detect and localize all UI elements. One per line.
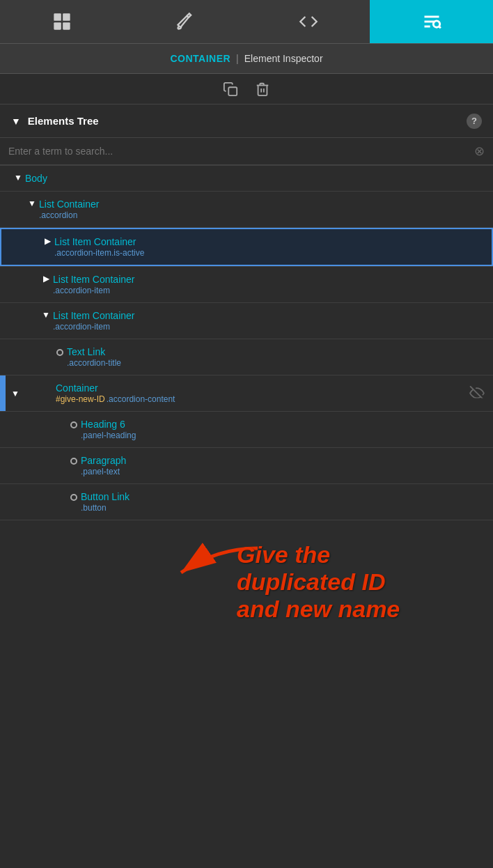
item-name-text-link: Text Link bbox=[67, 346, 482, 357]
toggle-icon: ▼ bbox=[25, 199, 39, 208]
elements-tree-title: Elements Tree bbox=[28, 115, 467, 127]
svg-rect-9 bbox=[228, 87, 237, 95]
item-content-list-item-3: List Item Container .accordion-item bbox=[53, 310, 482, 332]
brush-button[interactable] bbox=[123, 0, 246, 43]
grid-view-button[interactable] bbox=[0, 0, 123, 43]
item-content-container: Container #give-new-ID.accordion-content bbox=[56, 382, 462, 404]
tree-item-paragraph[interactable]: Paragraph .panel-text bbox=[0, 448, 493, 483]
annotation-text: Give the duplicated ID and new name bbox=[237, 541, 400, 623]
item-name-list-item-1: List Item Container bbox=[54, 236, 480, 247]
svg-rect-3 bbox=[63, 22, 70, 29]
item-class-container-class: .accordion-content bbox=[107, 394, 175, 404]
toggle-icon: ▼ bbox=[11, 173, 25, 183]
svg-rect-2 bbox=[54, 22, 61, 29]
elements-tree-body: ▼ Body ▼ List Container .accordion ▶ Lis… bbox=[0, 165, 493, 520]
tree-item-heading-6[interactable]: Heading 6 .panel-heading bbox=[0, 412, 493, 447]
toggle-icon: ▶ bbox=[40, 236, 54, 246]
item-class-paragraph: .panel-text bbox=[81, 467, 482, 476]
delete-button[interactable] bbox=[255, 82, 270, 97]
toolbar bbox=[0, 0, 493, 43]
inspector-label: Element Inspector bbox=[244, 53, 323, 64]
circle-icon bbox=[53, 346, 67, 359]
tree-item-list-container[interactable]: ▼ List Container .accordion bbox=[0, 192, 493, 227]
circle-icon bbox=[67, 455, 81, 467]
search-bar: ⊗ bbox=[0, 138, 493, 165]
item-name-paragraph: Paragraph bbox=[81, 455, 482, 466]
elements-tree-header: ▼ Elements Tree ? bbox=[0, 104, 493, 138]
tree-item-container[interactable]: ▼ Container #give-new-ID.accordion-conte… bbox=[0, 375, 493, 411]
item-name-button-link: Button Link bbox=[81, 491, 482, 502]
item-class-list-item-2: .accordion-item bbox=[53, 286, 482, 295]
toggle-icon: ▶ bbox=[39, 274, 53, 284]
container-label: CONTAINER bbox=[170, 53, 230, 64]
item-name-list-item-3: List Item Container bbox=[53, 310, 482, 321]
item-content-text-link: Text Link .accordion-title bbox=[67, 346, 482, 368]
visibility-off-icon[interactable] bbox=[469, 385, 485, 401]
svg-rect-0 bbox=[54, 13, 61, 20]
item-content-list-item-1: List Item Container .accordion-item.is-a… bbox=[54, 236, 480, 258]
title-bar: CONTAINER | Element Inspector bbox=[0, 43, 493, 74]
circle-icon bbox=[67, 419, 81, 431]
toggle-icon: ▼ bbox=[8, 389, 22, 398]
search-input[interactable] bbox=[8, 146, 474, 157]
item-content-body: Body bbox=[25, 173, 482, 184]
tree-item-list-item-2[interactable]: ▶ List Item Container .accordion-item bbox=[0, 267, 493, 302]
item-content-button-link: Button Link .button bbox=[81, 491, 482, 513]
help-button[interactable]: ? bbox=[467, 114, 482, 129]
code-button[interactable] bbox=[246, 0, 370, 43]
item-name-container: Container bbox=[56, 382, 462, 394]
svg-point-7 bbox=[433, 21, 439, 27]
tree-item-text-link[interactable]: Text Link .accordion-title bbox=[0, 339, 493, 375]
item-name-heading-6: Heading 6 bbox=[81, 419, 482, 430]
clear-search-icon[interactable]: ⊗ bbox=[474, 144, 485, 159]
item-class-list-item-3: .accordion-item bbox=[53, 322, 482, 332]
item-class-container-id: #give-new-ID bbox=[56, 394, 105, 404]
item-class-list-item-1: .accordion-item.is-active bbox=[54, 248, 480, 258]
item-class-heading-6: .panel-heading bbox=[81, 431, 482, 440]
item-class-button-link: .button bbox=[81, 503, 482, 513]
tree-item-list-item-1[interactable]: ▶ List Item Container .accordion-item.is… bbox=[0, 228, 493, 266]
circle-icon bbox=[67, 491, 81, 504]
search-filter-button[interactable] bbox=[370, 0, 493, 43]
tree-item-list-item-3[interactable]: ▼ List Item Container .accordion-item bbox=[0, 303, 493, 339]
item-content-paragraph: Paragraph .panel-text bbox=[81, 455, 482, 476]
action-bar bbox=[0, 74, 493, 104]
tree-chevron-icon: ▼ bbox=[11, 116, 21, 127]
item-content-heading-6: Heading 6 .panel-heading bbox=[81, 419, 482, 440]
item-name-list-item-2: List Item Container bbox=[53, 274, 482, 285]
tree-item-button-link[interactable]: Button Link .button bbox=[0, 484, 493, 520]
item-class-list-container: .accordion bbox=[39, 210, 482, 220]
copy-button[interactable] bbox=[223, 82, 238, 97]
svg-rect-1 bbox=[63, 13, 70, 20]
tree-item-body[interactable]: ▼ Body bbox=[0, 166, 493, 191]
toggle-icon: ▼ bbox=[39, 310, 53, 320]
item-content-list-container: List Container .accordion bbox=[39, 199, 482, 220]
item-name-list-container: List Container bbox=[39, 199, 482, 210]
item-class-text-link: .accordion-title bbox=[67, 358, 482, 368]
item-name-body: Body bbox=[25, 173, 482, 184]
item-content-list-item-2: List Item Container .accordion-item bbox=[53, 274, 482, 295]
separator: | bbox=[236, 53, 239, 64]
svg-line-8 bbox=[439, 26, 440, 28]
